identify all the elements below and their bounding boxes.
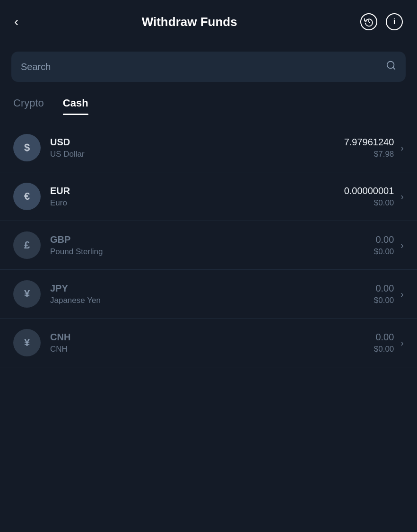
currency-usd-value: $7.98 [344, 150, 394, 159]
currency-info: GBP Pound Sterling [50, 234, 374, 257]
currency-icon-gbp: £ [13, 231, 41, 259]
page-title: Withdraw Funds [18, 15, 360, 29]
history-icon [364, 17, 374, 27]
search-icon [386, 60, 396, 73]
currency-code: JPY [50, 283, 374, 294]
currency-code: USD [50, 137, 344, 148]
search-bar [11, 52, 406, 82]
currency-usd-value: $0.00 [374, 296, 394, 305]
currency-icon-cnh: ¥ [13, 329, 41, 356]
currency-usd-value: $0.00 [344, 198, 394, 208]
chevron-right-icon: › [400, 289, 404, 300]
currency-name: US Dollar [50, 150, 344, 159]
currency-info: CNH CNH [50, 332, 374, 354]
currency-icon-usd: $ [13, 134, 41, 161]
currency-item[interactable]: ¥ CNH CNH 0.00 $0.00 › [0, 319, 417, 367]
currency-item[interactable]: ¥ JPY Japanese Yen 0.00 $0.00 › [0, 270, 417, 319]
currency-icon-eur: € [13, 183, 41, 210]
currency-amount: 0.00 [374, 234, 394, 245]
currency-usd-value: $0.00 [374, 247, 394, 257]
currency-info: USD US Dollar [50, 137, 344, 159]
info-icon: i [393, 17, 396, 27]
svg-line-1 [393, 67, 395, 69]
currency-code: EUR [50, 186, 344, 196]
currency-name: Pound Sterling [50, 247, 374, 257]
currency-item[interactable]: € EUR Euro 0.00000001 $0.00 › [0, 172, 417, 221]
chevron-right-icon: › [400, 142, 404, 153]
header-left: ‹ [14, 14, 18, 29]
tab-crypto[interactable]: Crypto [13, 97, 44, 114]
currency-values: 7.97961240 $7.98 [344, 137, 394, 159]
search-input[interactable] [21, 62, 380, 72]
currency-icon-jpy: ¥ [13, 280, 41, 308]
currency-info: JPY Japanese Yen [50, 283, 374, 305]
tabs: Crypto Cash [0, 86, 417, 114]
currency-list: $ USD US Dollar 7.97961240 $7.98 › € EUR… [0, 119, 417, 372]
search-container [0, 40, 417, 86]
currency-amount: 7.97961240 [344, 137, 394, 148]
header-icons: i [360, 13, 403, 30]
history-button[interactable] [360, 13, 377, 30]
currency-amount: 0.00 [374, 283, 394, 294]
currency-code: CNH [50, 332, 374, 343]
currency-usd-value: $0.00 [374, 345, 394, 354]
currency-name: Japanese Yen [50, 296, 374, 305]
currency-values: 0.00 $0.00 [374, 332, 394, 354]
currency-values: 0.00 $0.00 [374, 283, 394, 305]
currency-name: CNH [50, 345, 374, 354]
tab-cash[interactable]: Cash [63, 97, 88, 114]
currency-item[interactable]: $ USD US Dollar 7.97961240 $7.98 › [0, 124, 417, 172]
chevron-right-icon: › [400, 337, 404, 348]
currency-item[interactable]: £ GBP Pound Sterling 0.00 $0.00 › [0, 221, 417, 270]
back-button[interactable]: ‹ [14, 14, 18, 29]
header: ‹ Withdraw Funds i [0, 0, 417, 40]
currency-amount: 0.00 [374, 332, 394, 343]
currency-code: GBP [50, 234, 374, 245]
currency-values: 0.00000001 $0.00 [344, 186, 394, 208]
currency-info: EUR Euro [50, 186, 344, 208]
currency-values: 0.00 $0.00 [374, 234, 394, 257]
currency-name: Euro [50, 198, 344, 208]
currency-amount: 0.00000001 [344, 186, 394, 196]
chevron-right-icon: › [400, 240, 404, 251]
chevron-right-icon: › [400, 191, 404, 202]
info-button[interactable]: i [386, 13, 403, 30]
